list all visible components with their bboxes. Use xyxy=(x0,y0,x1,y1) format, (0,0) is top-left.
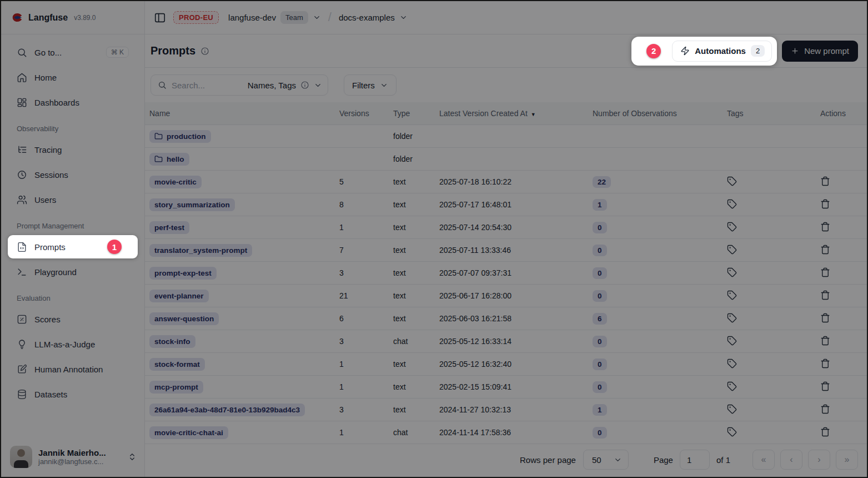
filters-button[interactable]: Filters xyxy=(344,74,397,96)
table-row[interactable]: answer-question 6 text 2025-06-03 16:21:… xyxy=(145,307,867,330)
table-row[interactable]: movie-critic-chat-ai 1 chat 2024-11-14 1… xyxy=(145,421,867,444)
sidebar-item-datasets[interactable]: Datasets xyxy=(8,382,138,406)
sidebar-item-goto[interactable]: Go to... ⌘ K xyxy=(8,41,138,64)
trash-icon[interactable] xyxy=(820,313,830,323)
table-row[interactable]: stock-info 3 chat 2025-05-12 16:33:14 0 xyxy=(145,330,867,353)
sidebar-item-users[interactable]: Users xyxy=(8,188,138,211)
type-cell: text xyxy=(393,360,439,369)
type-cell: text xyxy=(393,246,439,255)
prompt-name-badge[interactable]: 26a61a94-e3ab-48d7-81e0-13b929bad4c3 xyxy=(149,404,305,416)
tag-icon[interactable] xyxy=(727,267,737,277)
sidebar-item-home[interactable]: Home xyxy=(8,66,138,89)
observations-count-badge[interactable]: 0 xyxy=(593,336,607,347)
tag-icon[interactable] xyxy=(727,404,737,414)
tag-icon[interactable] xyxy=(727,222,737,232)
prompt-name-badge[interactable]: story_summarization xyxy=(149,198,235,211)
trash-icon[interactable] xyxy=(820,245,830,255)
observations-count-badge[interactable]: 1 xyxy=(593,199,607,211)
versions-cell: 6 xyxy=(339,314,393,323)
prompt-name-badge[interactable]: movie-critic xyxy=(149,176,202,188)
sidebar-item-prompts[interactable]: Prompts1 xyxy=(8,235,138,258)
prompt-name-badge[interactable]: answer-question xyxy=(149,312,219,325)
tag-icon[interactable] xyxy=(727,427,737,437)
trash-icon[interactable] xyxy=(820,359,830,369)
sidebar-item-dashboards[interactable]: Dashboards xyxy=(8,91,138,114)
page-number-input[interactable] xyxy=(680,450,710,470)
table-row[interactable]: production folder xyxy=(145,125,867,148)
prompt-name-badge[interactable]: prompt-exp-test xyxy=(149,267,217,280)
tag-icon[interactable] xyxy=(727,245,737,255)
trash-icon[interactable] xyxy=(820,381,830,391)
trash-icon[interactable] xyxy=(820,404,830,414)
tag-icon[interactable] xyxy=(727,290,737,300)
observations-count-badge[interactable]: 22 xyxy=(593,176,611,188)
first-page-button[interactable]: « xyxy=(752,450,775,470)
organization-switcher[interactable]: langfuse-dev Team xyxy=(226,11,321,24)
observations-count-badge[interactable]: 6 xyxy=(593,313,607,325)
column-header-latest-version-created-at[interactable]: Latest Version Created At▼ xyxy=(439,109,593,118)
table-row[interactable]: translator_system-prompt 7 text 2025-07-… xyxy=(145,239,867,262)
observations-count-badge[interactable]: 0 xyxy=(593,222,607,233)
table-row[interactable]: stock-format 1 text 2025-05-12 16:32:40 … xyxy=(145,353,867,376)
prompt-name-badge[interactable]: stock-info xyxy=(149,335,195,348)
trash-icon[interactable] xyxy=(820,222,830,232)
observations-count-badge[interactable]: 0 xyxy=(593,245,607,256)
sidebar-item-tracing[interactable]: Tracing xyxy=(8,138,138,161)
sidebar-item-human-annotation[interactable]: Human Annotation xyxy=(8,357,138,381)
tag-icon[interactable] xyxy=(727,336,737,346)
new-prompt-button[interactable]: New prompt xyxy=(782,41,858,62)
trash-icon[interactable] xyxy=(820,267,830,277)
table-row[interactable]: hello folder xyxy=(145,148,867,171)
prompt-name-badge[interactable]: mcp-prompt xyxy=(149,381,203,394)
table-row[interactable]: story_summarization 8 text 2025-07-17 16… xyxy=(145,193,867,216)
sidebar-item-scores[interactable]: Scores xyxy=(8,307,138,331)
sidebar-item-sessions[interactable]: Sessions xyxy=(8,163,138,186)
trash-icon[interactable] xyxy=(820,427,830,437)
tag-icon[interactable] xyxy=(727,381,737,391)
automations-button[interactable]: Automations 2 xyxy=(672,41,772,62)
trash-icon[interactable] xyxy=(820,336,830,346)
prompt-name-badge[interactable]: production xyxy=(149,130,211,143)
observations-count-badge[interactable]: 0 xyxy=(593,267,607,279)
prompt-name-badge[interactable]: movie-critic-chat-ai xyxy=(149,426,228,439)
observations-count-badge[interactable]: 0 xyxy=(593,381,607,393)
project-switcher[interactable]: docs-examples xyxy=(339,13,408,22)
sidebar-toggle-icon[interactable] xyxy=(154,12,166,24)
table-row[interactable]: event-planner 21 text 2025-06-17 16:28:0… xyxy=(145,285,867,307)
next-page-button[interactable]: › xyxy=(808,450,830,470)
prompt-name-badge[interactable]: hello xyxy=(149,153,189,166)
versions-cell: 3 xyxy=(339,337,393,346)
last-page-button[interactable]: » xyxy=(836,450,858,470)
trash-icon[interactable] xyxy=(820,176,830,186)
actions-cell xyxy=(816,404,867,416)
rows-per-page-select[interactable]: 50 xyxy=(583,450,629,470)
table-row[interactable]: perf-test 1 text 2025-07-14 20:54:30 0 xyxy=(145,216,867,239)
search-scope-selector[interactable]: Names, Tags xyxy=(248,81,322,90)
table-row[interactable]: movie-critic 5 text 2025-07-18 16:10:22 … xyxy=(145,171,867,193)
observations-count-badge[interactable]: 0 xyxy=(593,290,607,302)
sidebar-item-label: Human Annotation xyxy=(34,365,103,374)
previous-page-button[interactable]: ‹ xyxy=(780,450,802,470)
user-name: Jannik Maierho... xyxy=(38,448,106,457)
tag-icon[interactable] xyxy=(727,359,737,369)
user-menu[interactable]: Jannik Maierho... jannik@langfuse.c... xyxy=(1,440,144,477)
tag-icon[interactable] xyxy=(727,313,737,323)
prompt-name-badge[interactable]: event-planner xyxy=(149,290,209,302)
observations-count-badge[interactable]: 0 xyxy=(593,359,607,370)
sidebar-item-playground[interactable]: Playground xyxy=(8,260,138,283)
observations-count-badge[interactable]: 1 xyxy=(593,404,607,416)
trash-icon[interactable] xyxy=(820,290,830,300)
tag-icon[interactable] xyxy=(727,176,737,186)
prompt-name-badge[interactable]: stock-format xyxy=(149,358,205,371)
prompt-name-badge[interactable]: translator_system-prompt xyxy=(149,244,252,257)
search-input[interactable]: Search... Names, Tags xyxy=(150,74,328,96)
observations-count-badge[interactable]: 0 xyxy=(593,427,607,439)
sidebar-item-llm-as-a-judge[interactable]: LLM-as-a-Judge xyxy=(8,332,138,356)
prompt-name-badge[interactable]: perf-test xyxy=(149,221,189,234)
trash-icon[interactable] xyxy=(820,199,830,209)
table-row[interactable]: 26a61a94-e3ab-48d7-81e0-13b929bad4c3 3 t… xyxy=(145,399,867,421)
info-icon[interactable] xyxy=(200,47,209,56)
tag-icon[interactable] xyxy=(727,199,737,209)
table-row[interactable]: prompt-exp-test 3 text 2025-07-07 09:37:… xyxy=(145,262,867,285)
table-row[interactable]: mcp-prompt 1 text 2025-02-15 15:09:41 0 xyxy=(145,376,867,399)
